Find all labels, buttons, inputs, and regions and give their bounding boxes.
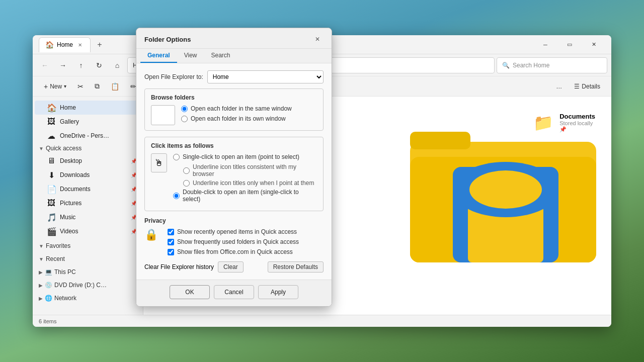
open-own-window-radio[interactable] [181,116,188,122]
tab-close-button[interactable]: ✕ [76,41,84,49]
show-files-row: Show files from Office.com in Quick acce… [168,248,299,255]
quick-access-section: ▼ Quick access 🖥 Desktop 📌 ⬇ Downloads 📌… [33,143,143,238]
open-explorer-select[interactable]: Home This PC [207,70,324,83]
ok-button[interactable]: OK [170,285,210,299]
single-click-radio[interactable] [173,154,180,160]
favorites-label: Favorites [46,242,70,249]
videos-large-icon: 📁 [533,149,553,168]
restore-defaults-button[interactable]: Restore Defaults [268,261,324,273]
sidebar-gallery-label: Gallery [60,118,79,125]
dialog-tab-view-label: View [184,52,197,59]
dvd-section: ▶ 💿 DVD Drive (D:) C… [33,280,143,291]
home-icon: 🏠 [47,103,56,113]
right-items: 📁 Documents Stored locally 📌 📁 Videos St… [529,109,599,173]
dialog-tab-general[interactable]: General [140,49,177,63]
details-label: Details [582,83,600,90]
music-icon: 🎵 [47,213,56,222]
show-files-label: Show files from Office.com in Quick acce… [177,248,293,255]
copy-button[interactable]: ⧉ [90,79,105,94]
sidebar-item-gallery[interactable]: 🖼 Gallery [35,115,141,129]
double-click-row: Double-click to open an item (single-cli… [173,189,317,203]
minimize-button[interactable]: ─ [534,37,557,53]
sidebar-item-desktop[interactable]: 🖥 Desktop 📌 [35,154,141,168]
sidebar-item-downloads[interactable]: ⬇ Downloads 📌 [35,168,141,182]
favorites-header[interactable]: ▼ Favorites [35,240,141,251]
details-icon: ☰ [574,83,580,90]
maximize-button[interactable]: ▭ [558,37,581,53]
paste-button[interactable]: 📋 [106,79,124,94]
documents-sub: Stored locally [559,120,595,126]
cancel-button[interactable]: Cancel [214,285,254,299]
refresh-button[interactable]: ↻ [91,57,107,73]
sidebar: 🏠 Home 🖼 Gallery ☁ OneDrive - Pers… ▼ Qu… [33,97,143,315]
sidebar-item-documents[interactable]: 📄 Documents 📌 [35,182,141,196]
new-tab-button[interactable]: + [93,38,107,52]
underline-hover-row: Underline icon titles only when I point … [173,179,317,187]
up-button[interactable]: ↑ [73,57,89,73]
single-click-label: Single-click to open an item (point to s… [183,153,299,160]
favorites-section: ▼ Favorites [33,240,143,251]
network-chevron: ▶ [39,296,43,301]
dvd-header[interactable]: ▶ 💿 DVD Drive (D:) C… [35,280,141,291]
clear-row: Clear File Explorer history Clear Restor… [144,261,324,273]
underline-hover-radio[interactable] [183,180,190,187]
search-icon: 🔍 [502,62,510,69]
dialog-tab-view[interactable]: View [177,49,204,63]
open-explorer-row: Open File Explorer to: Home This PC [144,70,324,83]
window-controls: ─ ▭ ✕ [534,37,605,53]
show-recently-row: Show recently opened items in Quick acce… [168,228,299,235]
browse-folders-title: Browse folders [151,94,317,101]
show-files-checkbox[interactable] [168,249,174,255]
sidebar-item-pictures[interactable]: 🖼 Pictures 📌 [35,196,141,210]
new-button[interactable]: + New ▾ [39,79,71,94]
clear-button[interactable]: Clear [218,261,244,273]
recent-header[interactable]: ▼ Recent [35,253,141,264]
videos-icon: 🎬 [47,227,56,236]
open-own-window-row: Open each folder in its own window [181,115,292,122]
show-frequently-checkbox[interactable] [168,239,174,245]
show-recently-checkbox[interactable] [168,229,174,235]
close-button[interactable]: ✕ [582,37,605,53]
cut-button[interactable]: ✂ [72,79,89,94]
search-bar[interactable]: 🔍 Search Home [497,57,607,73]
sidebar-item-onedrive[interactable]: ☁ OneDrive - Pers… [35,129,141,143]
apply-button[interactable]: Apply [258,285,298,299]
pictures-icon: 🖼 [47,199,56,208]
privacy-title: Privacy [144,217,324,224]
sidebar-item-music[interactable]: 🎵 Music 📌 [35,210,141,224]
back-button[interactable]: ← [37,57,53,73]
show-recently-label: Show recently opened items in Quick acce… [177,228,297,235]
network-header[interactable]: ▶ 🌐 Network [35,293,141,304]
details-button[interactable]: ☰ Details [569,79,605,94]
more-button[interactable]: … [551,79,567,94]
videos-name: Videos [559,149,593,156]
this-pc-header[interactable]: ▶ 💻 This PC [35,266,141,278]
sidebar-item-videos[interactable]: 🎬 Videos 📌 [35,224,141,238]
documents-icon: 📄 [47,185,56,194]
documents-item[interactable]: 📁 Documents Stored locally 📌 [529,109,599,137]
this-pc-label: This PC [54,268,76,276]
tab-home[interactable]: 🏠 Home ✕ [39,37,91,52]
underline-all-radio[interactable] [183,167,190,174]
sidebar-desktop-label: Desktop [60,157,82,164]
sidebar-item-home[interactable]: 🏠 Home [35,101,141,115]
double-click-radio[interactable] [173,193,180,199]
privacy-icon: 🔒 [144,228,163,246]
home-button[interactable]: ⌂ [109,57,125,73]
click-items-content: 🖱 Single-click to open an item (point to… [151,153,317,206]
quick-access-header[interactable]: ▼ Quick access [35,143,141,154]
dialog-tab-search[interactable]: Search [204,49,237,63]
recent-chevron: ▼ [39,256,44,262]
restore-label: Restore Defaults [273,263,318,270]
dvd-label: DVD Drive (D:) C… [54,282,107,289]
tab-home-label: Home [57,41,73,48]
cancel-label: Cancel [224,289,243,296]
open-same-window-radio[interactable] [181,106,188,112]
videos-item[interactable]: 📁 Videos Stored locally 📌 [529,145,599,173]
forward-button[interactable]: → [55,57,71,73]
desktop-icon: 🖥 [47,156,56,165]
documents-pin: 📌 [559,126,595,133]
home-tab-icon: 🏠 [45,41,54,49]
dialog-close-button[interactable]: ✕ [311,33,324,45]
folder-options-dialog: Folder Options ✕ General View Search Ope… [136,28,332,307]
